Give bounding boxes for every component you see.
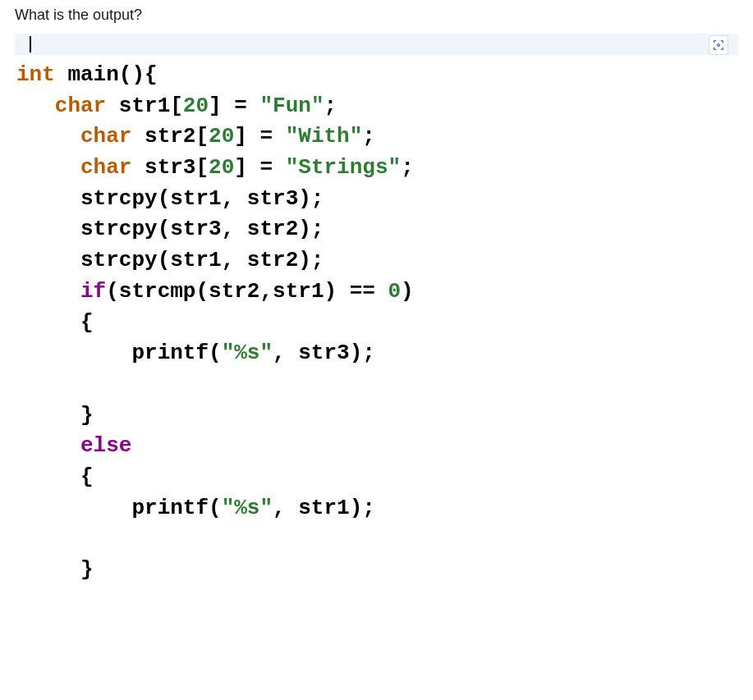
kw-else: else <box>80 433 131 458</box>
strcpy-call: strcpy(str1, str3); <box>16 186 324 211</box>
brace-close: } <box>16 557 94 582</box>
printf-call: printf( <box>16 341 222 365</box>
string-literal: "Strings" <box>286 155 401 180</box>
kw-char: char <box>55 94 106 118</box>
input-cursor-bar <box>15 34 738 55</box>
strcpy-call: strcpy(str3, str2); <box>16 217 324 241</box>
kw-int: int <box>16 62 55 87</box>
format-string: "%s" <box>222 496 273 520</box>
main-decl: main(){ <box>55 62 158 87</box>
code-block: int main(){ char str1[20] = "Fun"; char … <box>15 60 738 586</box>
format-string: "%s" <box>222 341 273 365</box>
kw-char: char <box>80 124 131 149</box>
brace-open: { <box>16 464 94 489</box>
strcpy-call: strcpy(str1, str2); <box>16 248 324 272</box>
string-literal: "Fun" <box>260 94 324 118</box>
code-figure: int main(){ char str1[20] = "Fun"; char … <box>15 34 738 586</box>
printf-call: printf( <box>16 496 222 520</box>
brace-open: { <box>16 310 94 335</box>
question-text: What is the output? <box>0 0 753 34</box>
scan-icon[interactable] <box>709 35 728 55</box>
kw-char: char <box>80 155 131 180</box>
svg-point-0 <box>718 44 720 47</box>
kw-if: if <box>80 279 106 304</box>
brace-close: } <box>16 403 94 428</box>
string-literal: "With" <box>286 124 363 149</box>
